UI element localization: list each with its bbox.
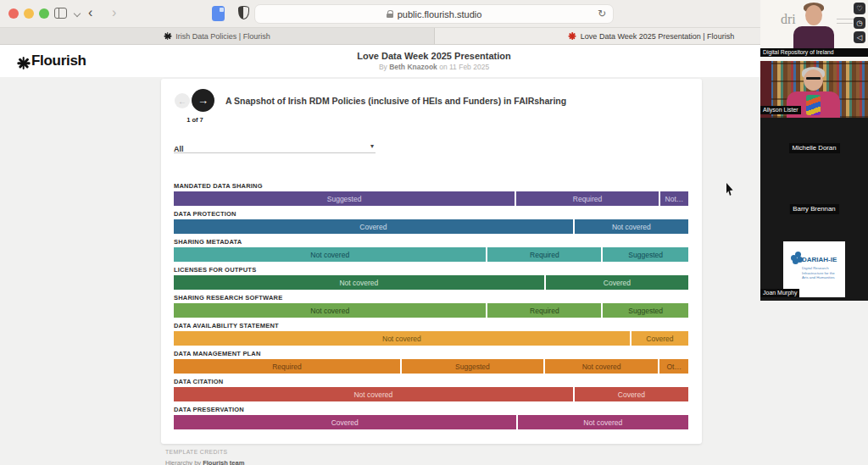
page-header: Flourish Love Data Week 2025 Presentatio… <box>0 45 868 77</box>
zoom-window-button[interactable] <box>39 8 49 19</box>
flourish-favicon <box>164 32 171 40</box>
tab-irish-data-policies[interactable]: Irish Data Policies | Flourish <box>0 28 434 44</box>
chart-row: DATA MANAGEMENT PLANRequiredSuggestedNot… <box>174 350 688 378</box>
chart-row: DATA PROTECTIONCoveredNot covered <box>174 210 688 238</box>
chart-category-label: SHARING METADATA <box>174 238 688 246</box>
credits-prefix: Hierarchy by <box>165 459 203 465</box>
dri-logo-tagline-line <box>837 23 853 24</box>
chart-segment[interactable]: Required <box>516 191 659 206</box>
chart-row: DATA CITATIONNot coveredCovered <box>174 378 688 406</box>
chart-segment[interactable]: Covered <box>174 415 516 429</box>
dropdown-caret-icon: ▾ <box>370 142 374 150</box>
chart-segment[interactable]: Not covered <box>174 303 486 318</box>
chart-segment[interactable]: Covered <box>632 331 688 346</box>
back-button[interactable]: ‹ <box>88 4 92 21</box>
chart-segment[interactable]: Covered <box>575 387 688 401</box>
screenshot-root: ‹ › public.flourish.studio ↻ Irish Data … <box>0 0 868 465</box>
chart-category-label: DATA AVAILABILITY STATEMENT <box>174 322 688 329</box>
reload-icon[interactable]: ↻ <box>598 8 606 19</box>
sidebar-toggle-icon[interactable] <box>54 8 67 19</box>
chart-category-label: DATA PROTECTION <box>174 210 688 218</box>
chart-bar: Not coveredCovered <box>174 387 688 401</box>
story-card: ← → 1 of 7 A Snapshot of Irish RDM Polic… <box>161 79 702 444</box>
chart-segment[interactable]: Suggested <box>603 247 688 262</box>
previous-slide-button[interactable]: ← <box>175 93 190 108</box>
chart-category-label: DATA MANAGEMENT PLAN <box>174 350 688 357</box>
chart-segment[interactable]: Not covered <box>575 219 688 234</box>
dri-logo: dri <box>781 12 796 27</box>
chart-category-label: SHARING RESEARCH SOFTWARE <box>174 294 688 302</box>
tab-bar: Irish Data Policies | Flourish Love Data… <box>0 28 868 45</box>
chart-bar: Not coveredCovered <box>174 275 688 290</box>
chart-segment[interactable]: Not… <box>660 191 688 206</box>
privacy-shield-icon[interactable] <box>238 6 249 19</box>
chart-segment[interactable]: Suggested <box>174 191 515 206</box>
chart-segment[interactable]: Required <box>487 247 601 262</box>
byline-date: on 11 Feb 2025 <box>437 63 489 71</box>
chart-category-label: DATA CITATION <box>174 378 688 385</box>
template-credits-label: TEMPLATE CREDITS <box>165 449 228 455</box>
clock-icon[interactable]: ◷ <box>854 17 865 29</box>
chart-segment[interactable]: Required <box>174 359 400 374</box>
tab-label: Love Data Week 2025 Presentation | Flour… <box>581 32 734 41</box>
forward-button[interactable]: › <box>112 4 116 21</box>
video-tile-dri[interactable]: dri Digital Repository of Ireland <box>760 0 868 61</box>
story-byline: By Beth Knazook on 11 Feb 2025 <box>0 63 868 71</box>
chart-segment[interactable]: Not covered <box>174 387 573 401</box>
chart-segment[interactable]: Required <box>487 303 601 318</box>
heart-icon[interactable]: ♡ <box>854 3 865 14</box>
filter-dropdown[interactable]: All ▾ <box>174 140 376 153</box>
chart-bar: SuggestedRequiredNot… <box>174 191 688 206</box>
reader-icon[interactable] <box>212 6 225 21</box>
chart-segment[interactable]: Covered <box>546 275 688 290</box>
chart-row: DATA AVAILABILITY STATEMENTNot coveredCo… <box>174 322 688 350</box>
participant-name: Allyson Lister <box>760 106 801 114</box>
dariah-flower-icon <box>791 255 797 261</box>
slide-heading: A Snapshot of Irish RDM Policies (inclus… <box>225 96 649 106</box>
lock-icon <box>387 10 393 18</box>
url-bar[interactable]: public.flourish.studio ↻ <box>254 4 614 24</box>
chart-category-label: MANDATED DATA SHARING <box>174 182 688 190</box>
video-tile-michelle[interactable]: Michelle Doran <box>760 118 868 179</box>
chart-row: SHARING METADATANot coveredRequiredSugge… <box>174 238 688 266</box>
chart-category-label: LICENSES FOR OUTPUTS <box>174 266 688 274</box>
video-tile-allyson[interactable]: Allyson Lister <box>760 61 868 118</box>
byline-author: Beth Knazook <box>389 63 437 71</box>
video-call-sidebar: dri Digital Repository of Ireland Allyso… <box>760 0 868 301</box>
send-icon[interactable]: ◁ <box>854 31 865 43</box>
video-tile-barry[interactable]: Barry Brennan <box>760 179 868 240</box>
chart-row: MANDATED DATA SHARINGSuggestedRequiredNo… <box>174 182 688 210</box>
participant-name: Barry Brennan <box>789 204 838 214</box>
participant-name: Michelle Doran <box>788 143 839 153</box>
chart-segment[interactable]: Not covered <box>545 359 658 374</box>
chart-bar: Not coveredRequiredSuggested <box>174 247 688 262</box>
chart-segment[interactable]: Suggested <box>402 359 543 374</box>
side-icon-stack: ♡ ◷ ◁ <box>854 3 865 46</box>
chart-bar: Not coveredRequiredSuggested <box>174 303 688 318</box>
participant-figure <box>793 26 834 50</box>
chart-segment[interactable]: Suggested <box>603 303 688 318</box>
chart-segment[interactable]: Not covered <box>518 415 688 429</box>
close-window-button[interactable] <box>8 8 19 19</box>
chart-segment[interactable]: Not covered <box>174 331 630 346</box>
chart-segment[interactable]: Not covered <box>174 247 486 262</box>
chart-segment[interactable]: Ot… <box>659 359 688 374</box>
glasses <box>806 77 821 80</box>
chart-segment[interactable]: Covered <box>174 219 573 234</box>
template-credits-line[interactable]: Hierarchy by Flourish team <box>165 459 244 465</box>
chevron-down-icon[interactable] <box>74 10 81 17</box>
dariah-logo-text: DARIAH-IE <box>802 256 837 263</box>
participant-name: Joan Murphy <box>760 289 799 297</box>
chart-category-label: DATA PRESERVATION <box>174 406 688 413</box>
url-text: public.flourish.studio <box>398 9 482 19</box>
video-tile-joan[interactable]: DARIAH-IE Digital Research Infrastructur… <box>760 240 868 301</box>
slide-counter: 1 of 7 <box>171 116 219 124</box>
chart: MANDATED DATA SHARINGSuggestedRequiredNo… <box>174 182 688 434</box>
byline-prefix: By <box>379 63 389 71</box>
chart-row: SHARING RESEARCH SOFTWARENot coveredRequ… <box>174 294 688 322</box>
participant-figure <box>804 69 823 91</box>
chart-bar: Not coveredCovered <box>174 331 688 346</box>
next-slide-button[interactable]: → <box>192 89 214 112</box>
minimize-window-button[interactable] <box>24 8 34 19</box>
chart-segment[interactable]: Not covered <box>174 275 544 290</box>
